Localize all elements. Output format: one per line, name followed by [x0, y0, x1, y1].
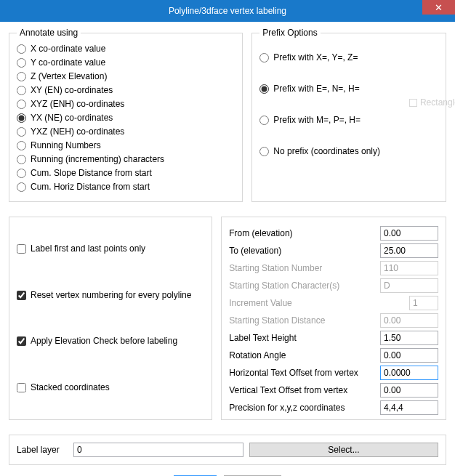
field-input-incr-val — [409, 296, 438, 310]
field-label: Vertical Text Offset from vertex — [229, 385, 376, 395]
field-label: Starting Station Number — [229, 263, 376, 273]
select-layer-button[interactable]: Select... — [249, 443, 438, 457]
annotate-option[interactable]: Z (Vertex Elevation) — [17, 70, 235, 84]
annotate-option[interactable]: Cum. Slope Distance from start — [17, 166, 235, 180]
field-label: Label Text Height — [229, 333, 376, 343]
prefix-option-label: Prefix with M=, P=, H= — [273, 114, 361, 126]
annotate-option[interactable]: Cum. Horiz Distance from start — [17, 180, 235, 194]
prefix-radio[interactable] — [259, 116, 269, 125]
annotate-option-label: Running (incrementing) characters — [31, 153, 164, 166]
field-row-start-char: Starting Station Character(s) — [229, 277, 438, 294]
check-reset-numbering[interactable]: Reset vertex numbering for every polylin… — [17, 289, 204, 302]
annotate-radio[interactable] — [17, 58, 26, 68]
prefix-option[interactable]: Prefix with M=, P=, H= — [259, 105, 438, 136]
annotate-option-label: Running Numbers — [31, 140, 101, 152]
annotate-option[interactable]: YX (NE) co-ordinates — [17, 111, 235, 125]
prefix-options-group: Prefix Options Prefix with X=, Y=, Z=Pre… — [251, 28, 446, 202]
prefix-option[interactable]: Prefix with E=, N=, H= — [259, 73, 438, 105]
prefix-option-label: Prefix with E=, N=, H= — [273, 83, 359, 95]
annotate-option[interactable]: XY (EN) co-ordinates — [17, 84, 235, 97]
label-layer-label: Label layer — [17, 445, 68, 455]
annotate-option-label: Y co-ordinate value — [31, 57, 105, 69]
annotate-radio[interactable] — [17, 100, 26, 109]
annotate-option-label: Cum. Horiz Distance from start — [31, 181, 150, 193]
close-button[interactable]: ✕ — [422, 0, 455, 15]
annotate-radio[interactable] — [17, 72, 26, 81]
annotate-option[interactable]: YXZ (NEH) co-ordinates — [17, 125, 235, 139]
annotate-radio[interactable] — [17, 44, 26, 54]
field-input-start-dist — [380, 313, 438, 328]
field-label: Increment Value — [229, 298, 405, 308]
field-row-to-elev: To (elevation) — [229, 242, 438, 259]
annotate-option-label: YXZ (NEH) co-ordinates — [31, 126, 124, 138]
annotate-option-label: Cum. Slope Distance from start — [31, 167, 152, 179]
dialog-body: Rectangle Annotate using X co-ordinate v… — [0, 22, 455, 476]
prefix-option-label: No prefix (coordinates only) — [273, 145, 380, 158]
window-title: Polyline/3dface vertex labeling — [169, 6, 286, 16]
prefix-radio[interactable] — [259, 53, 269, 62]
field-label: Starting Station Distance — [229, 315, 376, 326]
annotate-radio[interactable] — [17, 155, 26, 164]
prefix-legend: Prefix Options — [259, 28, 320, 38]
field-input-precision[interactable] — [380, 400, 438, 415]
field-row-text-height: Label Text Height — [229, 329, 438, 347]
field-label: Precision for x,y,z coordinates — [229, 403, 376, 413]
annotate-option-label: XYZ (ENH) co-ordinates — [31, 98, 124, 110]
annotate-legend: Annotate using — [17, 28, 81, 38]
options-group: Label first and last points only Reset v… — [9, 217, 212, 420]
checkbox-reset-numbering[interactable] — [17, 291, 26, 300]
field-input-start-char — [380, 278, 438, 293]
field-input-from-elev[interactable] — [380, 226, 438, 241]
annotate-option-label: X co-ordinate value — [31, 43, 105, 55]
annotate-using-group: Annotate using X co-ordinate valueY co-o… — [9, 28, 243, 202]
checkbox-elev-check[interactable] — [17, 336, 26, 346]
field-label: Horizontal Text Offset from vertex — [229, 368, 376, 378]
field-row-h-offset: Horizontal Text Offset from vertex — [229, 364, 438, 382]
prefix-option[interactable]: Prefix with X=, Y=, Z= — [259, 42, 438, 73]
prefix-radio[interactable] — [259, 84, 269, 94]
values-group: From (elevation)To (elevation)Starting S… — [221, 217, 446, 420]
field-label: Starting Station Character(s) — [229, 281, 376, 291]
check-elev-check[interactable]: Apply Elevation Check before labeling — [17, 334, 204, 348]
field-row-incr-val: Increment Value — [229, 294, 438, 312]
field-label: Rotation Angle — [229, 350, 376, 360]
annotate-radio[interactable] — [17, 182, 26, 192]
field-input-h-offset[interactable] — [380, 366, 438, 380]
label-layer-row: Label layer Select... — [9, 435, 446, 465]
annotate-option[interactable]: Running Numbers — [17, 139, 235, 153]
check-stacked[interactable]: Stacked coordinates — [17, 381, 204, 395]
field-row-v-offset: Vertical Text Offset from vertex — [229, 382, 438, 399]
field-label: From (elevation) — [229, 228, 376, 238]
field-label: To (elevation) — [229, 246, 376, 256]
checkbox-stacked[interactable] — [17, 383, 26, 392]
field-row-rot-angle: Rotation Angle — [229, 347, 438, 364]
field-input-start-num — [380, 261, 438, 275]
annotate-radio[interactable] — [17, 86, 26, 95]
label-layer-input[interactable] — [73, 443, 243, 457]
check-label-first-last[interactable]: Label first and last points only — [17, 242, 204, 256]
annotate-radio[interactable] — [17, 127, 26, 137]
field-input-rot-angle[interactable] — [380, 348, 438, 363]
field-row-start-num: Starting Station Number — [229, 259, 438, 277]
field-input-v-offset[interactable] — [380, 383, 438, 398]
annotate-option[interactable]: Y co-ordinate value — [17, 56, 235, 70]
annotate-option-label: XY (EN) co-ordinates — [31, 84, 113, 97]
annotate-option[interactable]: Running (incrementing) characters — [17, 153, 235, 166]
checkbox-label-first-last[interactable] — [17, 244, 26, 254]
field-input-text-height[interactable] — [380, 331, 438, 345]
prefix-option[interactable]: No prefix (coordinates only) — [259, 136, 438, 167]
field-row-from-elev: From (elevation) — [229, 225, 438, 242]
prefix-option-label: Prefix with X=, Y=, Z= — [273, 52, 358, 64]
annotate-option-label: Z (Vertex Elevation) — [31, 70, 107, 83]
annotate-option[interactable]: XYZ (ENH) co-ordinates — [17, 97, 235, 111]
prefix-radio[interactable] — [259, 147, 269, 156]
annotate-radio[interactable] — [17, 169, 26, 178]
titlebar: Polyline/3dface vertex labeling ✕ — [0, 0, 455, 22]
annotate-option[interactable]: X co-ordinate value — [17, 42, 235, 56]
annotate-radio[interactable] — [17, 113, 26, 123]
annotate-option-label: YX (NE) co-ordinates — [31, 112, 113, 124]
annotate-radio[interactable] — [17, 141, 26, 150]
close-icon: ✕ — [435, 2, 443, 13]
field-row-precision: Precision for x,y,z coordinates — [229, 399, 438, 416]
field-input-to-elev[interactable] — [380, 243, 438, 258]
